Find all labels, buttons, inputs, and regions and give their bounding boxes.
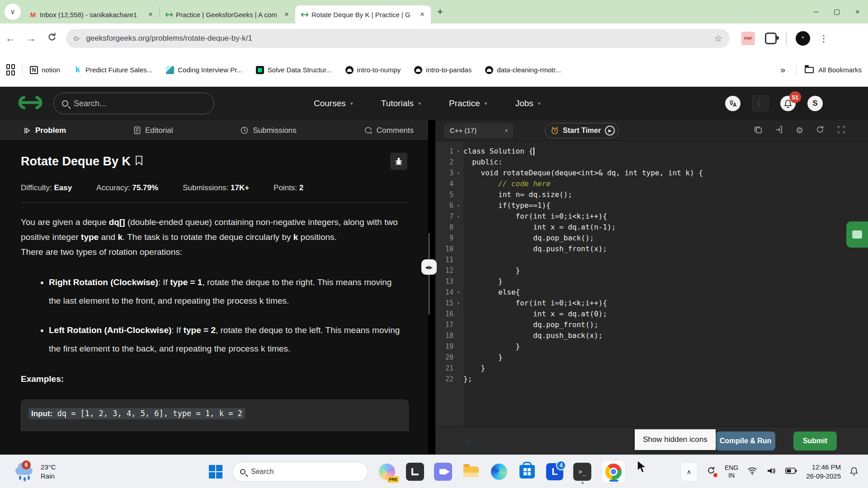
edge-browser-icon[interactable]	[490, 463, 508, 481]
code-line[interactable]: 5 int n= dq.size();	[435, 189, 868, 200]
browser-profile-avatar[interactable]: *	[796, 31, 810, 46]
code-editor[interactable]: 1▾class Solution {2 public:3▾ void rotat…	[435, 141, 868, 427]
nav-courses[interactable]: Courses▾	[314, 99, 353, 108]
forward-button[interactable]: →	[21, 33, 42, 44]
submit-button[interactable]: Submit	[793, 432, 837, 450]
compile-run-button[interactable]: Compile & Run	[716, 432, 775, 450]
tab-problem[interactable]: Problem	[24, 126, 66, 135]
code-line[interactable]: 17 dq.pop_front();	[435, 319, 868, 330]
fold-caret-icon[interactable]: ▾	[453, 298, 463, 309]
code-line[interactable]: 6▾ if(type==1){	[435, 200, 868, 211]
chat-app-icon[interactable]	[434, 463, 452, 481]
close-icon[interactable]: ×	[146, 10, 155, 19]
notification-bell-icon[interactable]	[850, 466, 858, 477]
apps-grid-icon[interactable]	[6, 64, 15, 75]
show-hidden-icons-button[interactable]: ∧	[680, 462, 698, 482]
browser-menu-icon[interactable]: ⋮	[819, 33, 828, 44]
start-button[interactable]	[209, 465, 222, 479]
play-icon[interactable]: ▶	[605, 126, 615, 136]
microsoft-store-icon[interactable]	[518, 463, 536, 481]
code-line[interactable]: 4 // code here	[435, 178, 868, 189]
tab-rotate-deque[interactable]: Rotate Deque By K | Practice | G ×	[295, 5, 431, 23]
close-window-button[interactable]: ×	[847, 8, 868, 16]
volume-icon[interactable]	[766, 467, 776, 477]
gfg-search-input[interactable]: Search...	[53, 93, 214, 114]
bookmark-icon[interactable]	[135, 155, 143, 167]
gfg-helper-widget[interactable]	[846, 221, 868, 248]
code-line[interactable]: 2 public:	[435, 157, 868, 168]
splitter-drag-handle[interactable]: ◀▶	[421, 259, 437, 275]
minimize-button[interactable]: ─	[806, 8, 826, 16]
code-line[interactable]: 20 }	[435, 352, 868, 363]
fold-caret-icon[interactable]: ▾	[453, 287, 463, 298]
code-line[interactable]: 9 dq.pop_back();	[435, 233, 868, 244]
translate-button[interactable]	[725, 96, 741, 111]
tab-gmail[interactable]: M Inbox (12,558) - sanikakachare1 ×	[24, 5, 159, 23]
terminal-icon[interactable]: >_	[573, 463, 591, 481]
close-icon[interactable]: ×	[283, 10, 291, 19]
language-indicator[interactable]: ENG IN	[725, 464, 738, 479]
theme-toggle-button[interactable]: ☾	[752, 95, 769, 112]
taskbar-clock[interactable]: 12:46 PM 26-09-2025	[806, 463, 841, 481]
fold-caret-icon[interactable]: ▾	[453, 146, 463, 157]
reload-button[interactable]	[42, 32, 62, 45]
tab-comments[interactable]: Comments	[364, 126, 414, 135]
all-bookmarks-button[interactable]: All Bookmarks	[818, 66, 862, 74]
tab-practice[interactable]: Practice | GeeksforGeeks | A com ×	[160, 5, 295, 23]
code-line[interactable]: 8 int x = dq.at(n-1);	[435, 222, 868, 233]
pdf-extension-icon[interactable]: PDF	[741, 32, 755, 45]
site-info-icon[interactable]: ⊙-	[73, 35, 80, 42]
bookmark-item[interactable]: ▦Solve Data Structur...	[256, 66, 332, 74]
bookmark-item[interactable]: intro-to-pandas	[414, 66, 472, 74]
taskbar-weather-widget[interactable]: 6 23°C Rain	[15, 463, 56, 481]
nav-practice[interactable]: Practice▾	[449, 99, 487, 108]
bookmarks-overflow-chevron[interactable]: »	[780, 65, 785, 75]
gfg-logo[interactable]	[16, 95, 44, 112]
bookmark-item[interactable]: Nnotion	[30, 66, 60, 74]
code-line[interactable]: 15▾ for(int i=0;i<k;i++){	[435, 298, 868, 309]
code-line[interactable]: 16 int x = dq.at(0);	[435, 309, 868, 319]
copy-code-icon[interactable]	[754, 126, 762, 136]
new-tab-button[interactable]: +	[437, 6, 443, 18]
fold-caret-icon[interactable]: ▾	[453, 211, 463, 222]
code-line[interactable]: 14▾ else{	[435, 287, 868, 298]
dark-app-icon[interactable]	[406, 463, 424, 481]
copilot-icon[interactable]: PRE	[378, 463, 396, 481]
import-code-icon[interactable]	[775, 126, 783, 136]
theme-sun-icon[interactable]: ☼	[463, 435, 473, 447]
fullscreen-icon[interactable]	[837, 126, 845, 136]
tab-editorial[interactable]: Editorial	[134, 126, 173, 135]
code-line[interactable]: 10 dq.push_front(x);	[435, 244, 868, 254]
fold-caret-icon[interactable]: ▾	[453, 168, 463, 178]
gfg-profile-avatar[interactable]: S	[807, 96, 823, 111]
code-line[interactable]: 19 }	[435, 341, 868, 352]
file-explorer-icon[interactable]	[462, 463, 480, 481]
update-sync-icon[interactable]	[707, 466, 716, 477]
url-text[interactable]: geeksforgeeks.org/problems/rotate-deque-…	[86, 34, 714, 43]
bookmark-item[interactable]: intro-to-numpy	[345, 66, 401, 74]
taskbar-search[interactable]: Search	[232, 462, 368, 482]
code-line[interactable]: 18 dq.push_back(x);	[435, 330, 868, 341]
settings-gear-icon[interactable]: ⚙	[796, 125, 803, 136]
code-line[interactable]: 1▾class Solution {	[435, 146, 868, 157]
language-select[interactable]: C++ (17) ▾	[444, 123, 513, 138]
code-line[interactable]: 13 }	[435, 276, 868, 287]
code-line[interactable]: 3▾ void rotateDeque(deque<int>& dq, int …	[435, 168, 868, 178]
back-button[interactable]: ←	[0, 33, 21, 44]
bookmark-item[interactable]: kPredict Future Sales...	[74, 66, 152, 74]
code-line[interactable]: 21 }	[435, 363, 868, 374]
battery-icon[interactable]	[785, 468, 797, 476]
extensions-puzzle-icon[interactable]	[765, 33, 777, 44]
bookmark-item[interactable]: Coding Interview Pr...	[166, 66, 242, 74]
bookmark-item[interactable]: data-cleaning-rmotr...	[485, 66, 561, 74]
reset-code-icon[interactable]	[816, 125, 825, 136]
wifi-icon[interactable]	[747, 467, 757, 477]
tab-submissions[interactable]: Submissions	[241, 126, 296, 135]
linkedin-icon[interactable]: L4	[546, 463, 563, 480]
code-line[interactable]: 22};	[435, 374, 868, 385]
fold-caret-icon[interactable]: ▾	[453, 200, 463, 211]
nav-tutorials[interactable]: Tutorials▾	[381, 99, 421, 108]
address-bar[interactable]: ⊙- geeksforgeeks.org/problems/rotate-deq…	[66, 29, 730, 48]
bookmark-star-icon[interactable]: ☆	[714, 33, 722, 44]
nav-jobs[interactable]: Jobs▾	[515, 99, 541, 108]
